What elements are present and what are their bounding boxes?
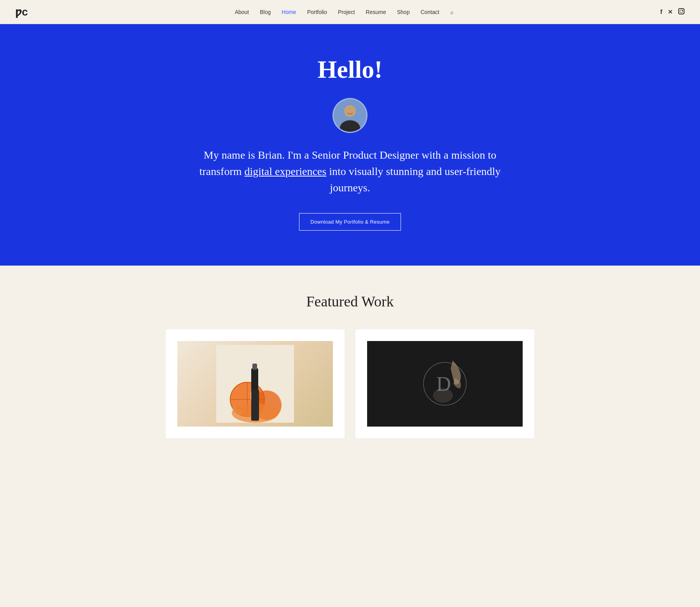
hero-bio-text2: into visually stunning and user-friendly…: [326, 165, 500, 194]
svg-point-7: [252, 390, 282, 420]
featured-section: Featured Work: [0, 266, 700, 462]
portfolio-card-2[interactable]: D: [355, 329, 534, 438]
portfolio-card-1[interactable]: [166, 329, 345, 438]
instagram-link[interactable]: [678, 8, 684, 16]
logo[interactable]: ƿc: [16, 5, 28, 19]
cards-grid: D: [156, 329, 544, 438]
nav-resume[interactable]: Resume: [366, 9, 386, 15]
svg-point-3: [345, 106, 355, 117]
search-icon: ⌕: [450, 9, 453, 15]
svg-rect-13: [251, 392, 259, 400]
svg-point-20: [433, 388, 453, 402]
nav-shop[interactable]: Shop: [397, 9, 410, 15]
hero-section: Hello! My name is Brian. I'm a Senior Pr…: [0, 24, 700, 266]
nav-links: About Blog Home Portfolio Project Resume…: [235, 9, 453, 16]
svg-point-14: [233, 408, 238, 414]
twitter-link[interactable]: ✕: [668, 9, 673, 16]
twitter-icon: ✕: [668, 9, 673, 15]
social-links: f ✕: [660, 8, 684, 16]
nav-project[interactable]: Project: [338, 9, 355, 15]
digital-experiences-link[interactable]: digital experiences: [245, 165, 327, 177]
nav-contact[interactable]: Contact: [420, 9, 439, 15]
facebook-link[interactable]: f: [660, 9, 662, 16]
download-cta-button[interactable]: Download My Portfolio & Resume: [299, 213, 401, 231]
hero-title: Hello!: [16, 55, 684, 84]
svg-rect-11: [251, 368, 258, 397]
featured-title: Featured Work: [16, 293, 684, 310]
svg-rect-12: [252, 364, 257, 370]
nav-blog[interactable]: Blog: [260, 9, 271, 15]
avatar: [332, 98, 368, 133]
svg-point-15: [237, 410, 242, 416]
instagram-icon: [678, 8, 684, 14]
card-image-1: [177, 341, 333, 427]
dark-image-placeholder: D: [367, 341, 523, 427]
card-image-2: D: [367, 341, 523, 427]
main-nav: ƿc About Blog Home Portfolio Project Res…: [0, 0, 700, 24]
facebook-icon: f: [660, 9, 662, 15]
nav-about[interactable]: About: [235, 9, 249, 15]
search-button[interactable]: ⌕: [450, 9, 453, 16]
nav-home[interactable]: Home: [282, 9, 296, 15]
hero-bio: My name is Brian. I'm a Senior Product D…: [198, 147, 502, 196]
product-image-placeholder: [177, 341, 333, 427]
nav-portfolio[interactable]: Portfolio: [307, 9, 327, 15]
